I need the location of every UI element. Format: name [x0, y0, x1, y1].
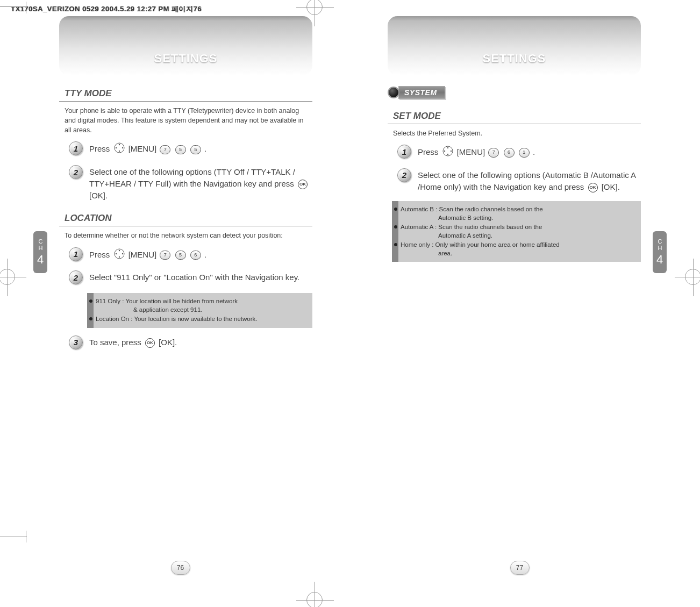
- step-number-icon: 1: [397, 145, 411, 159]
- step-row: 1 Press [MENU] 7 5 6 .: [69, 247, 312, 262]
- step-text-part: Press: [89, 144, 110, 153]
- crop-mark-icon: [0, 510, 27, 537]
- note-body: Scan the radio channels based on the: [438, 224, 542, 230]
- step-text-part: Select one of the following options (TTY…: [89, 167, 295, 188]
- step-text-part: [MENU]: [128, 249, 157, 259]
- svg-point-3: [115, 147, 116, 148]
- keycap-icon: 6: [504, 148, 515, 157]
- section-title-location: LOCATION: [59, 210, 312, 226]
- step-text-part: .: [533, 147, 535, 156]
- step-number-icon: 2: [397, 168, 411, 182]
- svg-point-7: [118, 256, 119, 257]
- note-line: 911 Only : Your location will be hidden …: [97, 297, 307, 314]
- svg-point-4: [122, 147, 123, 148]
- step-text: Press [MENU] 7 5 5 .: [89, 141, 206, 156]
- note-sub: area.: [401, 249, 635, 258]
- note-line: Location On : Your location is now avail…: [97, 315, 307, 324]
- note-label: 911 Only :: [96, 298, 125, 304]
- note-box: Automatic B : Scan the radio channels ba…: [392, 201, 641, 262]
- bullet-icon: [89, 299, 92, 303]
- step-text-part: [MENU]: [457, 147, 485, 156]
- step-row: 1 Press [MENU] 7 5 5 .: [69, 141, 312, 156]
- system-label: SYSTEM: [398, 86, 445, 99]
- keycap-icon: 5: [175, 145, 186, 154]
- registration-mark-icon: [306, 592, 323, 607]
- step-text-part: Press: [418, 147, 438, 156]
- svg-point-13: [444, 151, 445, 152]
- svg-point-11: [447, 147, 448, 148]
- note-body: Your location is now available to the ne…: [134, 316, 257, 322]
- ok-key-icon: OK: [298, 180, 308, 189]
- step-number-icon: 2: [69, 165, 83, 179]
- step-row: 2 Select one of the following options (T…: [69, 165, 312, 201]
- ok-key-icon: OK: [588, 183, 598, 192]
- step-text: Select "911 Only" or "Location On" with …: [89, 270, 299, 283]
- crop-mark-icon: [0, 6, 27, 33]
- note-text: Automatic A : Scan the radio channels ba…: [401, 223, 635, 240]
- note-text: 911 Only : Your location will be hidden …: [96, 297, 307, 314]
- note-label: Location On :: [96, 316, 134, 322]
- note-line: Automatic B : Scan the radio channels ba…: [402, 205, 635, 222]
- step-text: Select one of the following options (TTY…: [89, 165, 312, 201]
- note-label: Home only :: [401, 241, 435, 248]
- bullet-icon: [394, 208, 397, 211]
- page-banner: SETTINGS: [388, 16, 641, 75]
- keycap-icon: 6: [190, 251, 201, 260]
- keycap-icon: 7: [488, 148, 499, 157]
- step-text: Press [MENU] 7 5 6 .: [89, 247, 206, 262]
- note-line: Home only : Only within your home area o…: [402, 241, 635, 258]
- registration-mark-icon: [685, 269, 700, 285]
- step-text-part: To save, press: [89, 338, 141, 347]
- keycap-icon: 5: [190, 145, 201, 154]
- section-title-setmode: SET MODE: [388, 108, 641, 124]
- step-row: 2 Select "911 Only" or "Location On" wit…: [69, 270, 312, 284]
- step-row: 3 To save, press OK [OK].: [69, 335, 312, 349]
- page-number: 76: [171, 561, 190, 575]
- svg-point-14: [450, 151, 451, 152]
- note-body: Only within your home area or home affil…: [435, 241, 560, 248]
- nav-key-icon: [442, 146, 453, 160]
- keycap-icon: 7: [160, 251, 170, 260]
- step-text-part: Press: [89, 249, 110, 259]
- registration-mark-icon: [0, 269, 15, 285]
- step-text-part: .: [204, 249, 206, 259]
- svg-point-2: [118, 151, 119, 152]
- svg-point-1: [118, 144, 119, 145]
- note-body: Scan the radio channels based on the: [439, 206, 543, 212]
- nav-key-icon: [114, 248, 125, 262]
- page-right: SETTINGS SYSTEM SET MODE Selects the Pre…: [372, 11, 668, 553]
- page-left: SETTINGS TTY MODE Your phone is able to …: [32, 11, 328, 553]
- step-text-part: [OK].: [159, 338, 177, 347]
- step-number-icon: 3: [69, 335, 83, 349]
- svg-point-9: [122, 253, 123, 254]
- keycap-icon: 7: [160, 145, 170, 154]
- note-text: Home only : Only within your home area o…: [401, 241, 635, 258]
- system-badge: SYSTEM: [388, 86, 445, 99]
- note-text: Automatic B : Scan the radio channels ba…: [401, 205, 635, 222]
- note-sub: Automatic B setting.: [401, 214, 635, 223]
- section-title-tty: TTY MODE: [59, 85, 312, 102]
- bullet-icon: [394, 225, 397, 228]
- note-box: 911 Only : Your location will be hidden …: [87, 293, 312, 328]
- step-text: Press [MENU] 7 6 1 .: [418, 145, 535, 160]
- svg-point-6: [118, 249, 119, 251]
- step-number-icon: 2: [69, 270, 83, 284]
- note-label: Automatic B :: [401, 206, 439, 212]
- note-text: Location On : Your location is now avail…: [96, 315, 307, 324]
- bullet-icon: [394, 243, 397, 246]
- step-row: 1 Press [MENU] 7 6 1 .: [397, 145, 641, 160]
- step-text-part: [OK].: [602, 182, 620, 191]
- step-text-part: .: [204, 144, 206, 153]
- system-dot-icon: [388, 87, 399, 98]
- section-intro: To determine whether or not the network …: [59, 231, 312, 240]
- step-number-icon: 1: [69, 247, 83, 261]
- step-text: To save, press OK [OK].: [89, 335, 177, 348]
- section-intro: Selects the Preferred System.: [388, 128, 641, 138]
- keycap-icon: 5: [175, 251, 186, 260]
- bullet-icon: [89, 317, 92, 320]
- ok-key-icon: OK: [145, 338, 155, 348]
- page-banner: SETTINGS: [59, 16, 312, 75]
- svg-point-12: [447, 154, 448, 155]
- note-label: Automatic A :: [401, 224, 438, 230]
- note-sub: & application except 911.: [96, 306, 307, 315]
